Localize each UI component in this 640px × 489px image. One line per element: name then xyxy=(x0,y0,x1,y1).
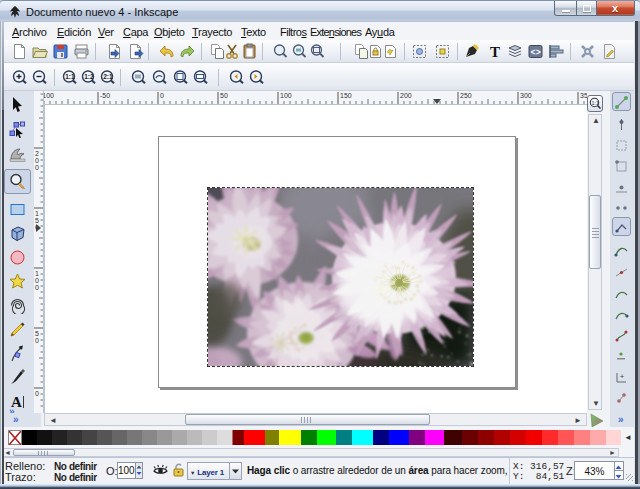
svg-text:0: 0 xyxy=(35,157,39,164)
svg-text:5: 5 xyxy=(35,330,39,337)
svg-text:1: 1 xyxy=(35,210,39,217)
svg-text:0: 0 xyxy=(35,390,39,397)
svg-text:1:1: 1:1 xyxy=(591,100,599,106)
svg-text:100: 100 xyxy=(280,92,292,99)
svg-text:150: 150 xyxy=(340,92,352,99)
svg-text:-100: -100 xyxy=(44,92,54,99)
svg-text:<>: <> xyxy=(531,48,541,58)
svg-text:-50: -50 xyxy=(100,92,110,99)
svg-text:0: 0 xyxy=(35,337,39,344)
svg-text:0: 0 xyxy=(35,277,39,284)
svg-text:5: 5 xyxy=(35,217,39,224)
svg-text:+: + xyxy=(620,373,624,380)
svg-text:250: 250 xyxy=(460,92,472,99)
svg-text:T: T xyxy=(490,44,500,60)
svg-text:2: 2 xyxy=(35,150,39,157)
svg-text:1:1: 1:1 xyxy=(65,73,75,80)
svg-text:50: 50 xyxy=(220,92,228,99)
svg-text:0: 0 xyxy=(160,92,164,99)
svg-text:200: 200 xyxy=(400,92,412,99)
svg-text:300: 300 xyxy=(520,92,532,99)
svg-text:0: 0 xyxy=(35,164,39,171)
svg-text:2:1: 2:1 xyxy=(103,73,113,80)
svg-text:1:2: 1:2 xyxy=(84,73,94,80)
svg-text:0: 0 xyxy=(35,284,39,291)
svg-text:1: 1 xyxy=(35,270,39,277)
